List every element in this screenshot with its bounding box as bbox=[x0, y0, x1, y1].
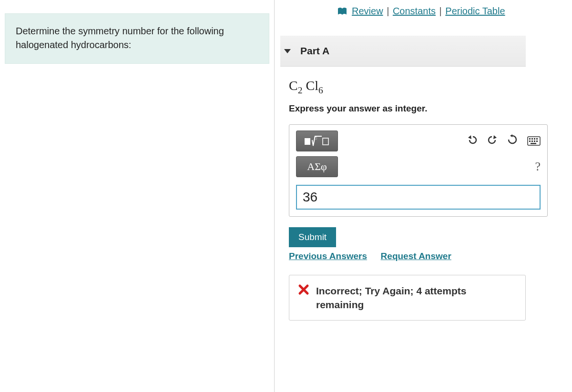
part-header[interactable]: Part A bbox=[280, 36, 526, 67]
svg-rect-12 bbox=[531, 143, 536, 144]
svg-rect-6 bbox=[534, 138, 535, 140]
redo-icon[interactable] bbox=[487, 134, 498, 148]
feedback-text: Incorrect; Try Again; 4 attempts remaini… bbox=[316, 284, 517, 312]
constants-link[interactable]: Constants bbox=[393, 6, 436, 16]
request-answer-label: Request Answer bbox=[381, 251, 451, 261]
part-title: Part A bbox=[300, 45, 329, 57]
answer-instruction: Express your answer as integer. bbox=[289, 103, 562, 114]
svg-rect-10 bbox=[534, 141, 535, 142]
review-link-label: Review bbox=[352, 6, 383, 16]
submit-button-label: Submit bbox=[298, 232, 327, 242]
reset-icon[interactable] bbox=[507, 134, 518, 148]
periodic-link-label: Periodic Table bbox=[445, 6, 505, 16]
request-answer-link[interactable]: Request Answer bbox=[381, 251, 451, 261]
svg-rect-2 bbox=[323, 138, 328, 145]
answer-input[interactable] bbox=[296, 185, 541, 210]
undo-icon[interactable] bbox=[467, 134, 478, 148]
book-icon bbox=[337, 7, 347, 18]
left-panel: Determine the symmetry number for the fo… bbox=[0, 0, 274, 392]
chemical-formula: C2 Cl6 bbox=[289, 78, 562, 96]
help-icon[interactable]: ? bbox=[535, 160, 541, 174]
greek-symbols-button[interactable]: ΑΣφ bbox=[296, 156, 338, 177]
svg-rect-5 bbox=[531, 138, 533, 140]
template-icon: □ bbox=[304, 134, 330, 148]
svg-rect-7 bbox=[536, 138, 538, 140]
math-template-button[interactable]: □ bbox=[296, 131, 338, 151]
previous-answers-label: Previous Answers bbox=[289, 251, 367, 261]
wrong-icon bbox=[298, 284, 309, 298]
separator: | bbox=[387, 6, 389, 16]
review-link[interactable]: Review bbox=[352, 6, 383, 16]
top-links-bar: Review | Constants | Periodic Table bbox=[280, 6, 562, 18]
previous-answers-link[interactable]: Previous Answers bbox=[289, 251, 367, 261]
svg-rect-8 bbox=[529, 141, 531, 142]
svg-rect-11 bbox=[536, 141, 538, 142]
feedback-box: Incorrect; Try Again; 4 attempts remaini… bbox=[289, 275, 526, 321]
periodic-table-link[interactable]: Periodic Table bbox=[445, 6, 505, 16]
svg-rect-9 bbox=[531, 141, 533, 142]
separator: | bbox=[439, 6, 442, 16]
submit-button[interactable]: Submit bbox=[289, 227, 336, 247]
right-panel: Review | Constants | Periodic Table Part… bbox=[275, 0, 572, 392]
svg-rect-4 bbox=[529, 138, 531, 140]
chevron-down-icon bbox=[284, 49, 291, 53]
question-prompt: Determine the symmetry number for the fo… bbox=[5, 13, 269, 64]
greek-button-label: ΑΣφ bbox=[307, 161, 327, 173]
answer-widget: □ bbox=[289, 124, 548, 217]
svg-rect-0 bbox=[305, 138, 310, 145]
constants-link-label: Constants bbox=[393, 6, 436, 16]
keyboard-icon[interactable] bbox=[527, 136, 541, 146]
